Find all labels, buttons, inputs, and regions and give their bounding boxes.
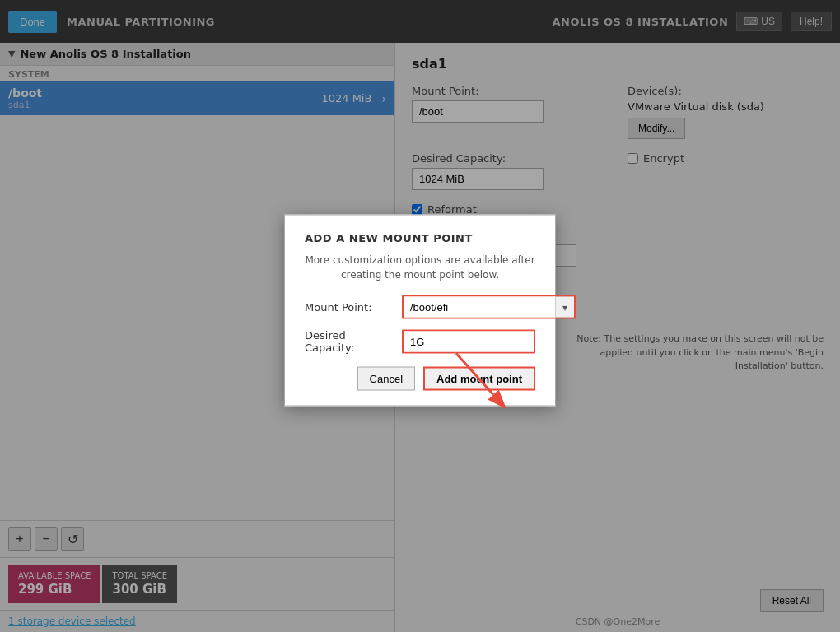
cancel-button[interactable]: Cancel bbox=[357, 367, 415, 391]
dialog-capacity-label: Desired Capacity: bbox=[305, 329, 395, 354]
refresh-button[interactable]: ↺ bbox=[61, 527, 84, 551]
encrypt-col: Encrypt bbox=[628, 152, 824, 174]
partition-chevron-icon: › bbox=[381, 92, 386, 105]
dialog-title: ADD A NEW MOUNT POINT bbox=[305, 232, 535, 244]
add-partition-button[interactable]: + bbox=[8, 527, 31, 551]
encrypt-row: Encrypt bbox=[628, 152, 824, 165]
dialog-capacity-input[interactable] bbox=[404, 331, 445, 351]
reset-all-button[interactable]: Reset All bbox=[760, 589, 824, 612]
partition-row[interactable]: /boot sda1 1024 MiB › bbox=[0, 81, 394, 115]
system-label: SYSTEM bbox=[0, 66, 394, 81]
storage-link[interactable]: 1 storage device selected bbox=[0, 610, 394, 632]
dialog-subtitle: More customization options are available… bbox=[305, 253, 535, 282]
left-toolbar: + − ↺ bbox=[0, 520, 394, 557]
devices-label: Device(s): bbox=[628, 85, 824, 97]
remove-partition-button[interactable]: − bbox=[35, 527, 58, 551]
partition-name: /boot bbox=[8, 86, 42, 100]
dialog-capacity-extra bbox=[445, 331, 534, 351]
dialog-buttons: Cancel Add mount point bbox=[305, 367, 535, 391]
desired-capacity-input[interactable] bbox=[412, 168, 544, 190]
mount-point-input[interactable] bbox=[412, 100, 544, 123]
add-mount-point-button[interactable]: Add mount point bbox=[423, 367, 535, 391]
encrypt-label: Encrypt bbox=[643, 152, 684, 165]
install-title: ANOLIS OS 8 INSTALLATION bbox=[553, 16, 729, 28]
mount-point-col: Mount Point: bbox=[412, 85, 608, 123]
desired-capacity-label: Desired Capacity: bbox=[412, 152, 608, 165]
partition-device: sda1 bbox=[8, 100, 42, 110]
mount-point-label: Mount Point: bbox=[412, 85, 608, 97]
tree-header: ▼ New Anolis OS 8 Installation bbox=[0, 43, 394, 66]
watermark: CSDN @One2More bbox=[576, 616, 660, 627]
space-bars: AVAILABLE SPACE 299 GiB TOTAL SPACE 300 … bbox=[0, 557, 394, 610]
dialog-capacity-input-group bbox=[402, 329, 535, 353]
partition-size: 1024 MiB bbox=[321, 92, 371, 105]
tree-header-label: New Anolis OS 8 Installation bbox=[20, 48, 191, 60]
top-bar: Done MANUAL PARTITIONING ANOLIS OS 8 INS… bbox=[0, 0, 840, 43]
keyboard-button[interactable]: ⌨ US bbox=[736, 12, 782, 31]
modify-button[interactable]: Modify... bbox=[628, 118, 685, 139]
add-mount-point-dialog: ADD A NEW MOUNT POINT More customization… bbox=[284, 215, 556, 407]
available-space-value: 299 GiB bbox=[18, 582, 91, 597]
capacity-row: Desired Capacity: Encrypt bbox=[412, 152, 824, 190]
dialog-mount-input[interactable] bbox=[404, 297, 555, 318]
dialog-mount-dropdown-button[interactable]: ▾ bbox=[555, 297, 574, 318]
dialog-mount-input-group: ▾ bbox=[402, 295, 576, 319]
top-bar-right: ANOLIS OS 8 INSTALLATION ⌨ US Help! bbox=[553, 12, 832, 31]
page-title: MANUAL PARTITIONING bbox=[67, 16, 215, 28]
total-space-label: TOTAL SPACE bbox=[112, 571, 167, 580]
right-form-row: Mount Point: Device(s): VMware Virtual d… bbox=[412, 85, 824, 139]
capacity-col: Desired Capacity: bbox=[412, 152, 608, 190]
device-name: VMware Virtual disk (sda) bbox=[628, 100, 824, 113]
available-space-bar: AVAILABLE SPACE 299 GiB bbox=[8, 565, 100, 603]
right-panel-title: sda1 bbox=[412, 56, 824, 72]
note-text: Note: The settings you make on this scre… bbox=[560, 332, 824, 374]
tree-collapse-icon: ▼ bbox=[8, 49, 15, 59]
help-button[interactable]: Help! bbox=[791, 12, 832, 31]
devices-col: Device(s): VMware Virtual disk (sda) Mod… bbox=[628, 85, 824, 139]
dialog-capacity-row: Desired Capacity: bbox=[305, 329, 535, 354]
available-space-label: AVAILABLE SPACE bbox=[18, 571, 91, 580]
keyboard-lang: US bbox=[761, 16, 775, 27]
done-button[interactable]: Done bbox=[8, 11, 57, 33]
total-space-bar: TOTAL SPACE 300 GiB bbox=[102, 565, 177, 603]
keyboard-icon: ⌨ bbox=[744, 16, 758, 27]
dialog-mount-row: Mount Point: ▾ bbox=[305, 295, 535, 319]
dialog-mount-label: Mount Point: bbox=[305, 301, 395, 314]
total-space-value: 300 GiB bbox=[112, 582, 167, 597]
encrypt-checkbox[interactable] bbox=[628, 153, 638, 164]
top-bar-left: Done MANUAL PARTITIONING bbox=[8, 11, 215, 33]
partition-info: /boot sda1 bbox=[8, 86, 42, 110]
reformat-checkbox[interactable] bbox=[412, 204, 422, 215]
